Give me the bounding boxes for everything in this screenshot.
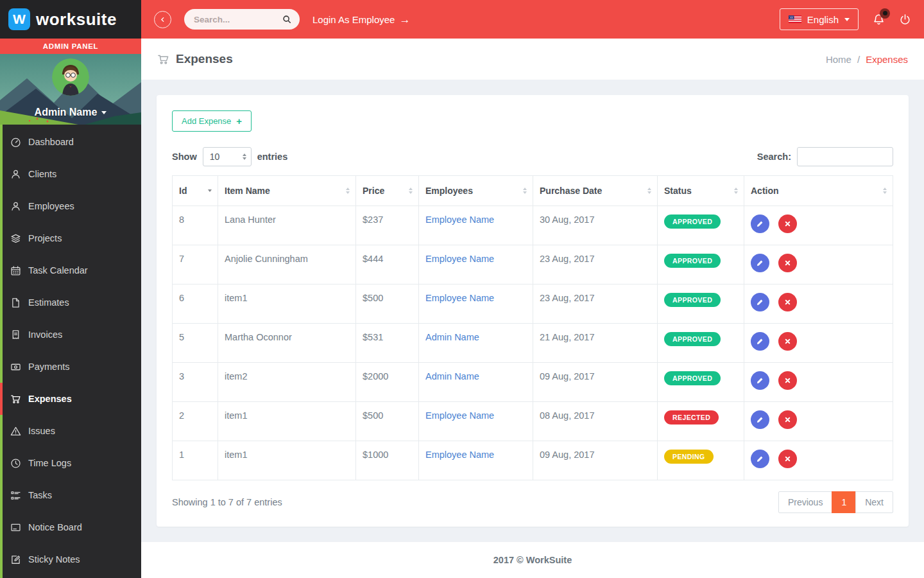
employee-link[interactable]: Employee Name bbox=[425, 410, 494, 421]
logout-button[interactable] bbox=[899, 13, 911, 26]
employee-link[interactable]: Employee Name bbox=[425, 215, 494, 225]
page-length-select[interactable]: 10 bbox=[203, 147, 252, 166]
sidebar-item-clients[interactable]: Clients bbox=[0, 158, 141, 190]
copyright-text: 2017 © WorkSuite bbox=[493, 555, 572, 565]
sidebar-item-label: Projects bbox=[28, 233, 62, 243]
delete-button[interactable] bbox=[778, 254, 797, 272]
edit-button[interactable] bbox=[751, 410, 769, 429]
table-search-control: Search: bbox=[757, 147, 893, 166]
board-icon bbox=[10, 522, 21, 533]
sidebar-item-dashboard[interactable]: Dashboard bbox=[0, 126, 141, 158]
sidebar-item-projects[interactable]: Projects bbox=[0, 222, 141, 254]
employee-link[interactable]: Employee Name bbox=[425, 450, 494, 460]
expense-id-cell: 8 bbox=[173, 206, 218, 245]
sidebar-item-invoices[interactable]: Invoices bbox=[0, 319, 141, 351]
employee-link[interactable]: Employee Name bbox=[425, 254, 494, 264]
delete-button[interactable] bbox=[778, 371, 797, 390]
edit-button[interactable] bbox=[751, 450, 769, 468]
employee-link[interactable]: Employee Name bbox=[425, 293, 494, 303]
page-1-button[interactable]: 1 bbox=[832, 491, 856, 513]
chevron-down-icon bbox=[101, 111, 107, 114]
login-as-employee-link[interactable]: Login As Employee → bbox=[312, 14, 410, 25]
breadcrumb-home-link[interactable]: Home bbox=[826, 54, 851, 65]
avatar[interactable] bbox=[52, 58, 89, 96]
chevron-down-icon bbox=[844, 18, 850, 21]
table-search-input[interactable] bbox=[797, 147, 893, 166]
sidebar-item-notice-board[interactable]: Notice Board bbox=[0, 511, 141, 543]
global-search bbox=[184, 9, 300, 30]
sidebar-item-issues[interactable]: Issues bbox=[0, 415, 141, 447]
purchase-date-cell: 23 Aug, 2017 bbox=[533, 285, 658, 324]
delete-button[interactable] bbox=[778, 410, 797, 429]
status-badge: PENDING bbox=[664, 450, 714, 464]
sidebar-collapse-button[interactable] bbox=[154, 11, 171, 28]
sidebar-item-sticky-notes[interactable]: Sticky Notes bbox=[0, 543, 141, 575]
brand-name: worksuite bbox=[36, 10, 117, 30]
sidebar-item-payments[interactable]: Payments bbox=[0, 351, 141, 383]
action-cell bbox=[744, 285, 893, 324]
breadcrumb-current: Expenses bbox=[866, 54, 908, 65]
column-header-id[interactable]: Id bbox=[173, 176, 218, 206]
profile-name-dropdown[interactable]: Admin Name bbox=[0, 107, 141, 118]
global-search-input[interactable] bbox=[193, 14, 277, 25]
money-icon bbox=[10, 362, 21, 372]
column-header-price[interactable]: Price bbox=[356, 176, 419, 206]
next-page-button[interactable]: Next bbox=[855, 491, 893, 513]
column-header-employees[interactable]: Employees bbox=[419, 176, 533, 206]
employee-link[interactable]: Admin Name bbox=[425, 371, 479, 381]
table-row: 5 Martha Oconnor $531 Admin Name 21 Aug,… bbox=[173, 324, 893, 363]
purchase-date-cell: 23 Aug, 2017 bbox=[533, 245, 658, 285]
sidebar-item-time-logs[interactable]: Time Logs bbox=[0, 447, 141, 479]
edit-button[interactable] bbox=[751, 254, 769, 272]
expenses-card: Add Expense + Show 10 entries bbox=[157, 95, 909, 527]
edit-button[interactable] bbox=[751, 332, 769, 351]
sidebar-item-label: Dashboard bbox=[28, 137, 74, 147]
delete-button[interactable] bbox=[778, 293, 797, 311]
previous-page-button[interactable]: Previous bbox=[778, 491, 832, 513]
sidebar-menu: Dashboard Clients Employees Projects Tas… bbox=[0, 125, 141, 578]
purchase-date-cell: 09 Aug, 2017 bbox=[533, 441, 658, 480]
status-badge: APPROVED bbox=[664, 332, 721, 346]
employee-cell: Employee Name bbox=[419, 402, 533, 441]
column-header-purchase-date[interactable]: Purchase Date bbox=[533, 176, 658, 206]
edit-button[interactable] bbox=[751, 215, 769, 233]
sort-icon bbox=[647, 188, 651, 194]
price-cell: $500 bbox=[356, 402, 419, 441]
edit-button[interactable] bbox=[751, 293, 769, 311]
calendar-icon bbox=[10, 265, 21, 276]
delete-button[interactable] bbox=[778, 332, 797, 351]
item-name-cell: item1 bbox=[218, 402, 356, 441]
alert-triangle-icon bbox=[10, 426, 21, 437]
price-cell: $1000 bbox=[356, 441, 419, 480]
employee-link[interactable]: Admin Name bbox=[425, 332, 479, 342]
sort-icon bbox=[346, 188, 350, 194]
language-selector[interactable]: English bbox=[780, 8, 859, 30]
column-header-status[interactable]: Status bbox=[658, 176, 744, 206]
purchase-date-cell: 30 Aug, 2017 bbox=[533, 206, 658, 245]
column-header-action[interactable]: Action bbox=[744, 176, 893, 206]
table-row: 6 item1 $500 Employee Name 23 Aug, 2017 … bbox=[173, 285, 893, 324]
page-title: Expenses bbox=[157, 52, 233, 66]
sidebar-item-expenses[interactable]: Expenses bbox=[0, 383, 141, 415]
expense-id-cell: 1 bbox=[173, 441, 218, 480]
list-icon bbox=[10, 490, 21, 501]
search-icon[interactable] bbox=[282, 15, 291, 24]
column-header-item-name[interactable]: Item Name bbox=[218, 176, 356, 206]
brand-logo[interactable]: W worksuite bbox=[0, 0, 141, 39]
sidebar-item-estimates[interactable]: Estimates bbox=[0, 286, 141, 319]
status-cell: REJECTED bbox=[658, 402, 744, 441]
add-expense-button[interactable]: Add Expense + bbox=[172, 110, 252, 132]
purchase-date-cell: 09 Aug, 2017 bbox=[533, 363, 658, 402]
x-icon bbox=[783, 416, 792, 424]
edit-button[interactable] bbox=[751, 371, 769, 390]
pencil-icon bbox=[756, 298, 764, 306]
column-label: Item Name bbox=[225, 186, 270, 196]
expense-id-cell: 2 bbox=[173, 402, 218, 441]
table-row: 7 Anjolie Cunningham $444 Employee Name … bbox=[173, 245, 893, 285]
sidebar-item-employees[interactable]: Employees bbox=[0, 190, 141, 222]
sidebar-item-tasks[interactable]: Tasks bbox=[0, 479, 141, 511]
sidebar-item-task-calendar[interactable]: Task Calendar bbox=[0, 254, 141, 286]
delete-button[interactable] bbox=[778, 450, 797, 468]
pencil-icon bbox=[756, 259, 764, 267]
delete-button[interactable] bbox=[778, 215, 797, 233]
